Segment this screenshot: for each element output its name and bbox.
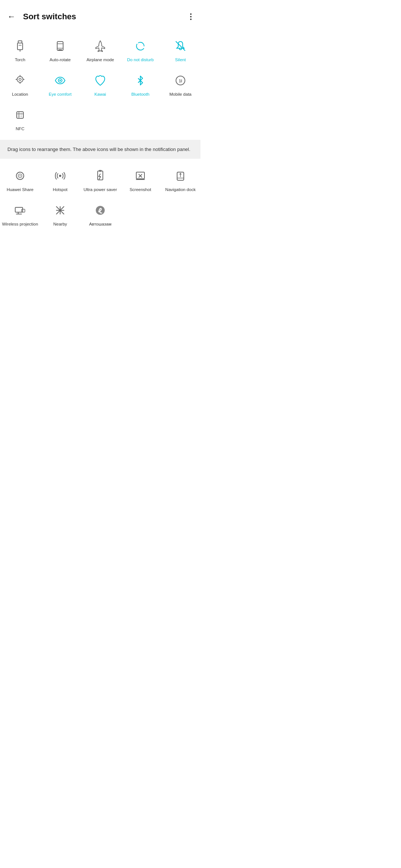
active-icon-grid: Torch Auto-rotate Airplane mode: [0, 32, 200, 135]
airplane-mode-item[interactable]: Airplane mode: [80, 33, 120, 65]
kawai-icon: [91, 72, 109, 89]
huawei-share-item[interactable]: Huawei Share: [0, 163, 40, 195]
eye-comfort-icon: [51, 72, 69, 89]
wireless-projection-label: Wireless projection: [2, 221, 38, 227]
bluetooth-label: Bluetooth: [131, 92, 150, 97]
back-button[interactable]: ←: [6, 10, 17, 23]
svg-point-6: [17, 76, 23, 82]
bluetooth-item[interactable]: Bluetooth: [120, 68, 160, 99]
more-button[interactable]: [189, 12, 193, 22]
nfc-icon: [11, 106, 29, 124]
airplane-mode-label: Airplane mode: [87, 57, 114, 63]
page-title: Sort switches: [23, 12, 76, 22]
auto-rotate-item[interactable]: Auto-rotate: [40, 33, 80, 65]
nfc-item[interactable]: NFC: [0, 102, 40, 134]
inactive-section: Huawei Share Hotspot: [0, 159, 200, 234]
inactive-icon-grid: Huawei Share Hotspot: [0, 162, 200, 231]
auto-rotate-label: Auto-rotate: [50, 57, 71, 63]
svg-line-27: [99, 174, 100, 177]
silent-label: Silent: [175, 57, 186, 63]
torch-item[interactable]: Torch: [0, 33, 40, 65]
ultra-power-saver-icon: [91, 167, 109, 185]
kawai-item[interactable]: Kawai: [80, 68, 120, 99]
bluetooth-icon: [131, 72, 149, 89]
mobile-data-label: Mobile data: [169, 92, 191, 97]
autoshazam-item[interactable]: Автошазам: [80, 198, 120, 229]
ultra-power-saver-label: Ultra power saver: [84, 187, 117, 193]
silent-icon: [172, 37, 189, 55]
hotspot-item[interactable]: Hotspot: [40, 163, 80, 195]
svg-line-29: [99, 177, 101, 179]
wireless-projection-icon: [11, 201, 29, 219]
torch-icon: [11, 37, 29, 55]
kawai-label: Kawai: [94, 92, 106, 97]
navigation-dock-icon: [172, 167, 189, 185]
mobile-data-icon: 1l: [172, 72, 189, 89]
svg-text:1l: 1l: [179, 79, 182, 83]
location-label: Location: [12, 92, 28, 97]
do-not-disturb-item[interactable]: Do not disturb: [120, 33, 160, 65]
autoshazam-icon: [91, 201, 109, 219]
huawei-share-icon: [11, 167, 29, 185]
location-item[interactable]: Location: [0, 68, 40, 99]
active-section: Torch Auto-rotate Airplane mode: [0, 29, 200, 138]
eye-comfort-label: Eye comfort: [49, 92, 71, 97]
dot2: [190, 16, 192, 17]
eye-comfort-item[interactable]: Eye comfort: [40, 68, 80, 99]
dot1: [190, 13, 192, 15]
wireless-projection-item[interactable]: Wireless projection: [0, 198, 40, 229]
svg-point-13: [59, 80, 61, 81]
svg-rect-1: [17, 43, 23, 50]
silent-item[interactable]: Silent: [160, 33, 200, 65]
svg-point-24: [59, 175, 61, 177]
svg-point-7: [19, 78, 21, 80]
screenshot-item[interactable]: Screenshot: [120, 163, 160, 195]
header-left: ← Sort switches: [6, 10, 76, 23]
do-not-disturb-label: Do not disturb: [127, 57, 154, 63]
svg-rect-4: [57, 42, 63, 50]
divider-section: Drag icons to rearrange them. The above …: [0, 140, 200, 159]
svg-point-23: [20, 175, 21, 177]
nearby-icon: [51, 201, 69, 219]
mobile-data-item[interactable]: 1l Mobile data: [160, 68, 200, 99]
nearby-label: Nearby: [53, 221, 67, 227]
hotspot-icon: [51, 167, 69, 185]
navigation-dock-item[interactable]: Navigation dock: [160, 163, 200, 195]
svg-rect-38: [22, 209, 25, 212]
header: ← Sort switches: [0, 0, 200, 29]
screenshot-icon: [131, 167, 149, 185]
nfc-label: NFC: [16, 126, 25, 132]
huawei-share-label: Huawei Share: [7, 187, 33, 193]
location-icon: [11, 72, 29, 89]
torch-label: Torch: [15, 57, 25, 63]
do-not-disturb-icon: [131, 37, 149, 55]
dot3: [190, 19, 192, 20]
autoshazam-label: Автошазам: [89, 221, 111, 227]
auto-rotate-icon: [51, 37, 69, 55]
nearby-item[interactable]: Nearby: [40, 198, 80, 229]
airplane-mode-icon: [91, 37, 109, 55]
svg-rect-16: [17, 112, 23, 118]
screenshot-label: Screenshot: [130, 187, 151, 193]
hotspot-label: Hotspot: [53, 187, 68, 193]
svg-rect-25: [98, 171, 103, 180]
ultra-power-saver-item[interactable]: Ultra power saver: [80, 163, 120, 195]
divider-text: Drag icons to rearrange them. The above …: [7, 147, 190, 152]
navigation-dock-label: Navigation dock: [165, 187, 196, 193]
svg-line-5: [176, 42, 185, 50]
